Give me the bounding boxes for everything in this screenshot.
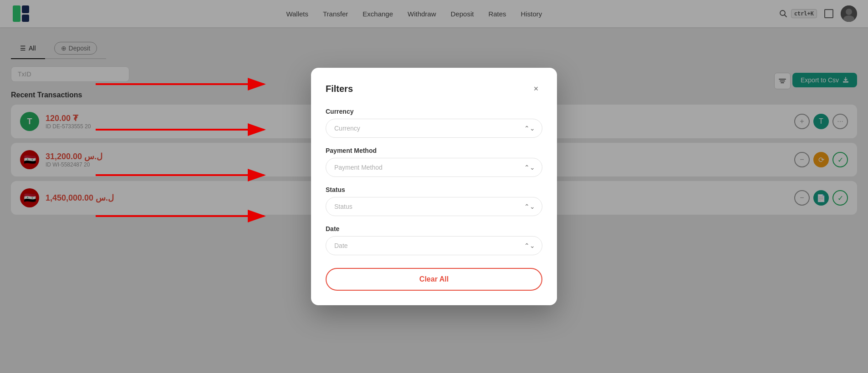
currency-select-wrapper: Currency ⌃⌄	[326, 119, 542, 138]
currency-select[interactable]: Currency	[326, 119, 542, 138]
arrow-deposit-tab	[91, 71, 287, 98]
arrow-status	[91, 161, 287, 189]
modal-header: Filters ×	[326, 82, 542, 95]
payment-method-filter-group: Payment Method Payment Method ⌃⌄	[326, 147, 542, 177]
filters-modal: Filters × Currency Currency ⌃⌄ Payment M…	[311, 68, 557, 305]
date-select[interactable]: Date	[326, 236, 542, 255]
status-select[interactable]: Status	[326, 197, 542, 216]
arrow-date	[91, 202, 287, 230]
status-filter-label: Status	[326, 186, 542, 193]
payment-method-select[interactable]: Payment Method	[326, 158, 542, 177]
date-select-wrapper: Date ⌃⌄	[326, 236, 542, 255]
date-filter-group: Date Date ⌃⌄	[326, 225, 542, 255]
clear-all-button[interactable]: Clear All	[326, 268, 542, 291]
date-filter-label: Date	[326, 225, 542, 232]
payment-method-filter-label: Payment Method	[326, 147, 542, 154]
arrow-payment-method	[91, 116, 287, 143]
status-filter-group: Status Status ⌃⌄	[326, 186, 542, 216]
payment-method-select-wrapper: Payment Method ⌃⌄	[326, 158, 542, 177]
status-select-wrapper: Status ⌃⌄	[326, 197, 542, 216]
currency-filter-group: Currency Currency ⌃⌄	[326, 108, 542, 138]
modal-title: Filters	[326, 84, 353, 94]
currency-filter-label: Currency	[326, 108, 542, 115]
modal-close-button[interactable]: ×	[530, 82, 542, 95]
